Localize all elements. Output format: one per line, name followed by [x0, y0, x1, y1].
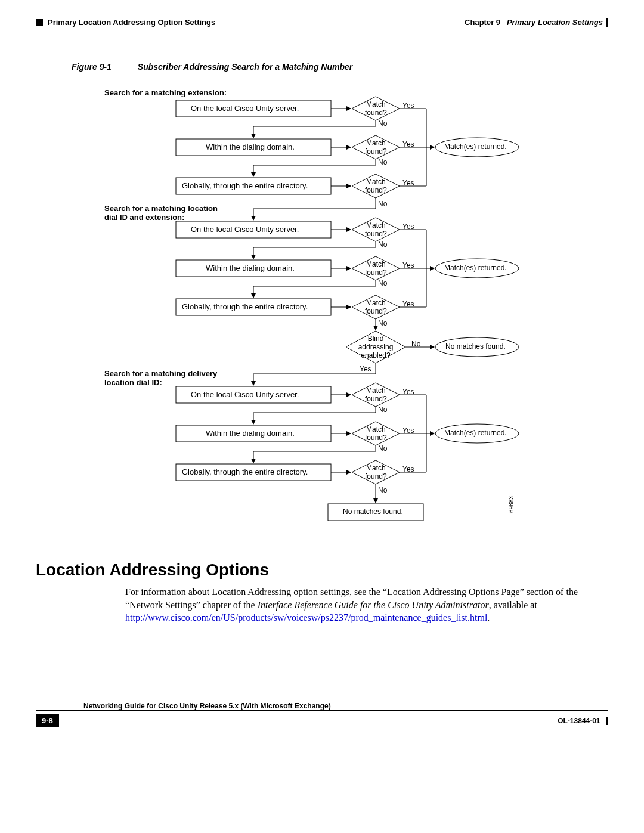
flow-decision: Matchfound? [365, 221, 387, 238]
flow-no: No [378, 486, 387, 494]
flow-box: Within the dialing domain. [206, 264, 295, 272]
flow-no: No [378, 319, 387, 327]
flow-yes: Yes [402, 140, 414, 148]
flow-yes: Yes [402, 222, 414, 231]
body-text: , available at [489, 600, 537, 610]
flow-no: No [378, 158, 387, 166]
flow-no: No [378, 444, 387, 453]
flow-section2-title-l1: Search for a matching location [104, 204, 218, 213]
section-heading: Location Addressing Options [36, 561, 608, 580]
flow-box: Within the dialing domain. [206, 143, 295, 151]
flow-yes: Yes [402, 261, 414, 270]
flow-section2-title-l2: dial ID and extension: [104, 213, 184, 222]
header-tick-icon [606, 18, 608, 27]
footer-guide-title: Networking Guide for Cisco Unity Release… [36, 702, 608, 710]
flow-decision: Matchfound? [365, 464, 387, 481]
flow-yes: Yes [402, 465, 414, 473]
doc-number: OL-13844-01 [558, 717, 600, 725]
flow-yes: Yes [402, 101, 414, 110]
header-marker-icon [36, 19, 43, 26]
flow-decision: Matchfound? [365, 425, 387, 442]
flow-result: Match(es) returned. [444, 429, 507, 437]
flow-decision-blind: Blindaddressingenabled? [357, 335, 395, 360]
flow-section1-title: Search for a matching extension: [104, 88, 227, 97]
flow-yes: Yes [360, 365, 371, 373]
chapter-label: Chapter 9 [465, 18, 500, 27]
page-header: Primary Location Addressing Option Setti… [36, 18, 608, 27]
flow-decision: Matchfound? [365, 299, 387, 315]
page-footer: Networking Guide for Cisco Unity Release… [36, 702, 608, 727]
breadcrumb-section: Primary Location Addressing Option Setti… [48, 18, 215, 27]
flow-no: No [378, 200, 387, 208]
chapter-title: Primary Location Settings [507, 18, 603, 27]
flow-no: No [378, 279, 387, 287]
flow-decision: Matchfound? [365, 178, 387, 194]
flow-decision: Matchfound? [365, 260, 387, 277]
flow-box: Within the dialing domain. [206, 429, 295, 438]
flow-box: Globally, through the entire directory. [182, 181, 308, 190]
flow-no: No [411, 340, 420, 348]
flow-box: On the local Cisco Unity server. [191, 104, 299, 113]
flow-result: No matches found. [343, 507, 403, 516]
doc-link[interactable]: http://www.cisco.com/en/US/products/sw/v… [125, 612, 487, 623]
flow-box: On the local Cisco Unity server. [191, 390, 299, 399]
flow-result: No matches found. [445, 342, 506, 351]
flow-yes: Yes [402, 179, 414, 187]
body-paragraph: For information about Location Addressin… [125, 586, 608, 624]
flow-yes: Yes [402, 426, 414, 435]
flow-decision: Matchfound? [365, 100, 387, 117]
flow-no: No [378, 405, 387, 414]
body-text-italic: Interface Reference Guide for the Cisco … [258, 600, 489, 610]
page-number: 9-8 [36, 714, 59, 727]
flow-decision: Matchfound? [365, 386, 387, 403]
flow-yes: Yes [402, 300, 414, 308]
flow-result: Match(es) returned. [444, 264, 507, 272]
flow-no: No [378, 119, 387, 128]
flow-section3-title-l2: location dial ID: [104, 378, 162, 387]
flow-result: Match(es) returned. [444, 143, 507, 151]
body-text: . [487, 612, 490, 623]
flow-section3-title-l1: Search for a matching delivery [104, 369, 217, 378]
flow-no: No [378, 240, 387, 249]
figure-refnum: 69883 [508, 496, 515, 513]
flow-decision: Matchfound? [365, 139, 387, 156]
footer-tick-icon [606, 717, 608, 725]
flow-box: Globally, through the entire directory. [182, 302, 308, 311]
flow-yes: Yes [402, 388, 414, 396]
figure-number: Figure 9-1 [72, 62, 112, 72]
figure-title: Subscriber Addressing Search for a Match… [138, 62, 352, 72]
flow-box: On the local Cisco Unity server. [191, 225, 299, 234]
flow-box: Globally, through the entire directory. [182, 467, 308, 476]
flowchart-diagram: Search for a matching extension: Search … [83, 89, 561, 537]
figure-caption: Figure 9-1 Subscriber Addressing Search … [72, 62, 608, 72]
